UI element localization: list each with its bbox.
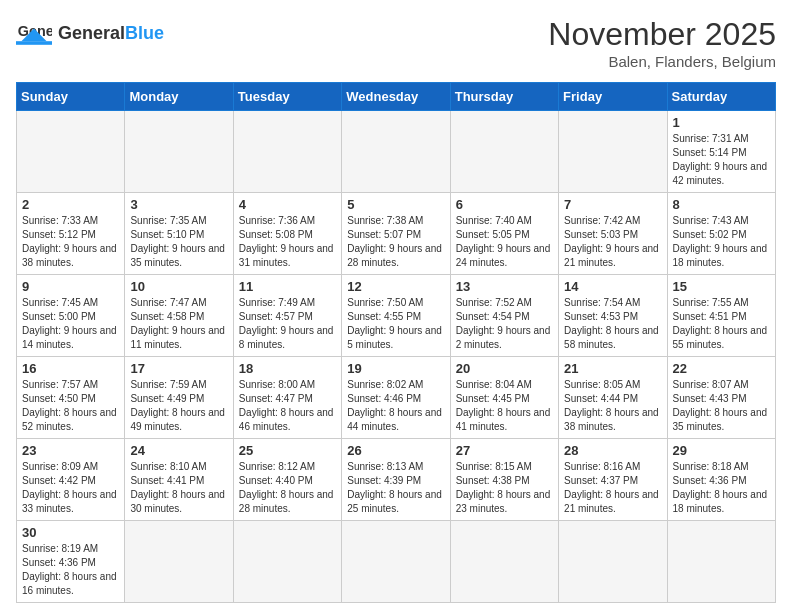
- calendar-cell: 13Sunrise: 7:52 AM Sunset: 4:54 PM Dayli…: [450, 275, 558, 357]
- calendar-cell: 21Sunrise: 8:05 AM Sunset: 4:44 PM Dayli…: [559, 357, 667, 439]
- day-info: Sunrise: 7:50 AM Sunset: 4:55 PM Dayligh…: [347, 296, 444, 352]
- day-info: Sunrise: 8:15 AM Sunset: 4:38 PM Dayligh…: [456, 460, 553, 516]
- day-number: 27: [456, 443, 553, 458]
- day-info: Sunrise: 8:09 AM Sunset: 4:42 PM Dayligh…: [22, 460, 119, 516]
- day-number: 5: [347, 197, 444, 212]
- day-number: 13: [456, 279, 553, 294]
- day-number: 4: [239, 197, 336, 212]
- day-info: Sunrise: 7:40 AM Sunset: 5:05 PM Dayligh…: [456, 214, 553, 270]
- calendar-cell: 12Sunrise: 7:50 AM Sunset: 4:55 PM Dayli…: [342, 275, 450, 357]
- day-number: 11: [239, 279, 336, 294]
- day-info: Sunrise: 7:42 AM Sunset: 5:03 PM Dayligh…: [564, 214, 661, 270]
- calendar-cell: 6Sunrise: 7:40 AM Sunset: 5:05 PM Daylig…: [450, 193, 558, 275]
- day-of-week-header: Sunday: [17, 83, 125, 111]
- calendar-cell: [667, 521, 775, 603]
- calendar-cell: 22Sunrise: 8:07 AM Sunset: 4:43 PM Dayli…: [667, 357, 775, 439]
- day-number: 6: [456, 197, 553, 212]
- day-info: Sunrise: 8:12 AM Sunset: 4:40 PM Dayligh…: [239, 460, 336, 516]
- calendar-week-row: 2Sunrise: 7:33 AM Sunset: 5:12 PM Daylig…: [17, 193, 776, 275]
- calendar-cell: 19Sunrise: 8:02 AM Sunset: 4:46 PM Dayli…: [342, 357, 450, 439]
- logo-text: GeneralBlue: [58, 24, 164, 44]
- calendar-cell: 26Sunrise: 8:13 AM Sunset: 4:39 PM Dayli…: [342, 439, 450, 521]
- calendar-week-row: 30Sunrise: 8:19 AM Sunset: 4:36 PM Dayli…: [17, 521, 776, 603]
- calendar-cell: [559, 521, 667, 603]
- day-number: 10: [130, 279, 227, 294]
- day-info: Sunrise: 7:43 AM Sunset: 5:02 PM Dayligh…: [673, 214, 770, 270]
- calendar-week-row: 23Sunrise: 8:09 AM Sunset: 4:42 PM Dayli…: [17, 439, 776, 521]
- day-number: 15: [673, 279, 770, 294]
- day-info: Sunrise: 8:18 AM Sunset: 4:36 PM Dayligh…: [673, 460, 770, 516]
- day-number: 19: [347, 361, 444, 376]
- calendar-table: SundayMondayTuesdayWednesdayThursdayFrid…: [16, 82, 776, 603]
- day-number: 24: [130, 443, 227, 458]
- day-info: Sunrise: 8:00 AM Sunset: 4:47 PM Dayligh…: [239, 378, 336, 434]
- day-number: 18: [239, 361, 336, 376]
- day-number: 2: [22, 197, 119, 212]
- page-header: General GeneralBlue November 2025 Balen,…: [16, 16, 776, 70]
- calendar-cell: 8Sunrise: 7:43 AM Sunset: 5:02 PM Daylig…: [667, 193, 775, 275]
- day-of-week-header: Thursday: [450, 83, 558, 111]
- day-info: Sunrise: 8:13 AM Sunset: 4:39 PM Dayligh…: [347, 460, 444, 516]
- calendar-cell: 5Sunrise: 7:38 AM Sunset: 5:07 PM Daylig…: [342, 193, 450, 275]
- calendar-cell: 29Sunrise: 8:18 AM Sunset: 4:36 PM Dayli…: [667, 439, 775, 521]
- calendar-cell: 7Sunrise: 7:42 AM Sunset: 5:03 PM Daylig…: [559, 193, 667, 275]
- svg-rect-2: [16, 41, 52, 45]
- day-of-week-header: Wednesday: [342, 83, 450, 111]
- calendar-cell: [125, 111, 233, 193]
- day-number: 9: [22, 279, 119, 294]
- calendar-cell: [342, 111, 450, 193]
- day-number: 8: [673, 197, 770, 212]
- calendar-cell: 3Sunrise: 7:35 AM Sunset: 5:10 PM Daylig…: [125, 193, 233, 275]
- day-info: Sunrise: 8:19 AM Sunset: 4:36 PM Dayligh…: [22, 542, 119, 598]
- day-info: Sunrise: 7:59 AM Sunset: 4:49 PM Dayligh…: [130, 378, 227, 434]
- day-number: 23: [22, 443, 119, 458]
- day-info: Sunrise: 7:52 AM Sunset: 4:54 PM Dayligh…: [456, 296, 553, 352]
- day-info: Sunrise: 7:55 AM Sunset: 4:51 PM Dayligh…: [673, 296, 770, 352]
- calendar-cell: 1Sunrise: 7:31 AM Sunset: 5:14 PM Daylig…: [667, 111, 775, 193]
- day-number: 21: [564, 361, 661, 376]
- day-info: Sunrise: 7:45 AM Sunset: 5:00 PM Dayligh…: [22, 296, 119, 352]
- calendar-cell: [450, 111, 558, 193]
- title-block: November 2025 Balen, Flanders, Belgium: [548, 16, 776, 70]
- day-number: 16: [22, 361, 119, 376]
- day-number: 12: [347, 279, 444, 294]
- day-info: Sunrise: 8:07 AM Sunset: 4:43 PM Dayligh…: [673, 378, 770, 434]
- day-info: Sunrise: 7:38 AM Sunset: 5:07 PM Dayligh…: [347, 214, 444, 270]
- calendar-cell: [17, 111, 125, 193]
- calendar-cell: 10Sunrise: 7:47 AM Sunset: 4:58 PM Dayli…: [125, 275, 233, 357]
- day-number: 14: [564, 279, 661, 294]
- calendar-cell: 9Sunrise: 7:45 AM Sunset: 5:00 PM Daylig…: [17, 275, 125, 357]
- day-number: 7: [564, 197, 661, 212]
- day-of-week-header: Friday: [559, 83, 667, 111]
- logo-icon: General: [16, 16, 52, 52]
- day-number: 3: [130, 197, 227, 212]
- day-number: 28: [564, 443, 661, 458]
- logo: General GeneralBlue: [16, 16, 164, 52]
- calendar-cell: [559, 111, 667, 193]
- calendar-week-row: 1Sunrise: 7:31 AM Sunset: 5:14 PM Daylig…: [17, 111, 776, 193]
- calendar-cell: 14Sunrise: 7:54 AM Sunset: 4:53 PM Dayli…: [559, 275, 667, 357]
- calendar-week-row: 9Sunrise: 7:45 AM Sunset: 5:00 PM Daylig…: [17, 275, 776, 357]
- calendar-cell: 23Sunrise: 8:09 AM Sunset: 4:42 PM Dayli…: [17, 439, 125, 521]
- calendar-cell: [342, 521, 450, 603]
- day-number: 25: [239, 443, 336, 458]
- day-info: Sunrise: 7:57 AM Sunset: 4:50 PM Dayligh…: [22, 378, 119, 434]
- calendar-cell: 20Sunrise: 8:04 AM Sunset: 4:45 PM Dayli…: [450, 357, 558, 439]
- day-info: Sunrise: 7:47 AM Sunset: 4:58 PM Dayligh…: [130, 296, 227, 352]
- day-number: 29: [673, 443, 770, 458]
- day-of-week-header: Monday: [125, 83, 233, 111]
- calendar-cell: 11Sunrise: 7:49 AM Sunset: 4:57 PM Dayli…: [233, 275, 341, 357]
- day-info: Sunrise: 7:33 AM Sunset: 5:12 PM Dayligh…: [22, 214, 119, 270]
- day-number: 1: [673, 115, 770, 130]
- day-number: 20: [456, 361, 553, 376]
- day-of-week-header: Saturday: [667, 83, 775, 111]
- day-info: Sunrise: 7:54 AM Sunset: 4:53 PM Dayligh…: [564, 296, 661, 352]
- day-info: Sunrise: 7:35 AM Sunset: 5:10 PM Dayligh…: [130, 214, 227, 270]
- calendar-cell: 2Sunrise: 7:33 AM Sunset: 5:12 PM Daylig…: [17, 193, 125, 275]
- day-info: Sunrise: 8:02 AM Sunset: 4:46 PM Dayligh…: [347, 378, 444, 434]
- calendar-cell: 4Sunrise: 7:36 AM Sunset: 5:08 PM Daylig…: [233, 193, 341, 275]
- calendar-week-row: 16Sunrise: 7:57 AM Sunset: 4:50 PM Dayli…: [17, 357, 776, 439]
- day-number: 30: [22, 525, 119, 540]
- day-number: 26: [347, 443, 444, 458]
- location: Balen, Flanders, Belgium: [548, 53, 776, 70]
